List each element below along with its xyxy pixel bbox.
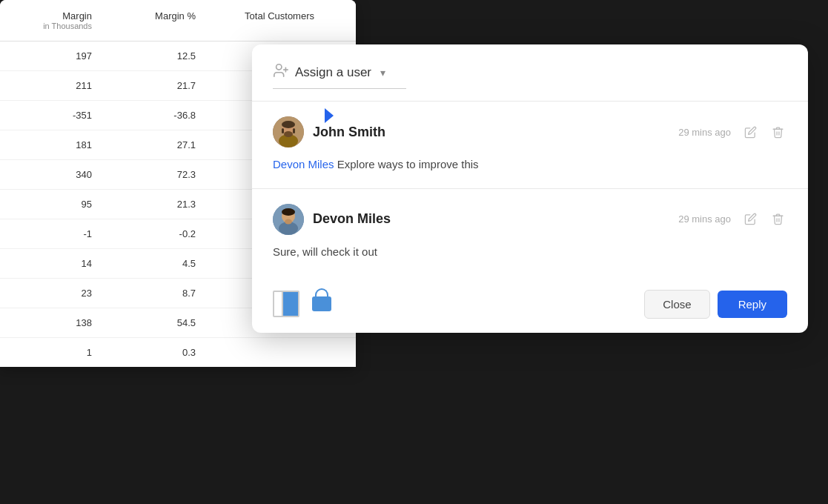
comment-devon-header: Devon Miles 29 mins ago bbox=[273, 204, 787, 235]
cell-margin-pct: 21.7 bbox=[104, 71, 208, 100]
svg-point-0 bbox=[276, 64, 282, 70]
john-time-actions: 29 mins ago bbox=[678, 123, 787, 142]
devon-user-info: Devon Miles bbox=[273, 204, 391, 235]
devon-time: 29 mins ago bbox=[678, 213, 731, 225]
john-mention: Devon Miles bbox=[273, 158, 334, 170]
cell-margin-pct: 4.5 bbox=[104, 249, 208, 278]
devon-delete-button[interactable] bbox=[769, 210, 787, 228]
cell-margin: 340 bbox=[0, 160, 104, 189]
cell-margin-pct: 54.5 bbox=[104, 308, 208, 337]
close-button[interactable]: Close bbox=[644, 290, 709, 319]
cell-margin-pct: -36.8 bbox=[104, 101, 208, 130]
dialog-header: Assign a user ▾ bbox=[252, 44, 808, 102]
cell-margin: 197 bbox=[0, 42, 104, 70]
cell-margin: 211 bbox=[0, 71, 104, 100]
lock-icon-button[interactable] bbox=[308, 288, 335, 319]
cell-margin-pct: 8.7 bbox=[104, 279, 208, 308]
john-avatar bbox=[273, 116, 304, 147]
john-edit-button[interactable] bbox=[741, 123, 760, 142]
cell-margin-pct: 72.3 bbox=[104, 160, 208, 189]
footer-buttons: Close Reply bbox=[644, 290, 787, 319]
layout-right-pane bbox=[283, 292, 298, 316]
svg-rect-6 bbox=[293, 128, 295, 133]
svg-point-4 bbox=[282, 121, 295, 128]
cell-margin: -1 bbox=[0, 219, 104, 248]
cell-margin-pct: 12.5 bbox=[104, 42, 208, 70]
table-header: Margin in Thousands Margin % Total Custo… bbox=[0, 0, 356, 42]
table-row: 10.3 bbox=[0, 338, 356, 367]
dialog-panel: Assign a user ▾ bbox=[252, 44, 808, 333]
comment-john: John Smith 29 mins ago bbox=[252, 102, 808, 189]
cell-total bbox=[208, 338, 326, 367]
cell-margin-pct: 27.1 bbox=[104, 130, 208, 159]
col-margin: Margin in Thousands bbox=[0, 0, 104, 41]
john-actions bbox=[741, 123, 787, 142]
dialog-footer: Close Reply bbox=[252, 275, 808, 333]
john-comment-text: Explore ways to improve this bbox=[334, 158, 479, 170]
devon-avatar bbox=[273, 204, 304, 235]
john-comment-body: Devon Miles Explore ways to improve this bbox=[273, 156, 787, 173]
assign-underline bbox=[273, 88, 406, 89]
comment-john-header: John Smith 29 mins ago bbox=[273, 116, 787, 147]
john-delete-button[interactable] bbox=[769, 123, 787, 142]
cell-margin: -351 bbox=[0, 101, 104, 130]
col-total-customers: Total Customers bbox=[208, 0, 326, 41]
devon-actions bbox=[741, 210, 787, 228]
devon-comment-body: Sure, will check it out bbox=[273, 244, 787, 261]
devon-edit-button[interactable] bbox=[741, 210, 760, 228]
svg-point-7 bbox=[284, 131, 293, 137]
cell-margin-pct: 0.3 bbox=[104, 338, 208, 367]
svg-rect-5 bbox=[282, 128, 284, 133]
assign-user-row[interactable]: Assign a user ▾ bbox=[273, 62, 787, 82]
footer-icons bbox=[273, 288, 335, 319]
cell-margin-pct: 21.3 bbox=[104, 190, 208, 219]
layout-left-pane bbox=[274, 292, 283, 316]
cell-margin-pct: -0.2 bbox=[104, 219, 208, 248]
col-margin-pct: Margin % bbox=[104, 0, 208, 41]
cell-margin: 138 bbox=[0, 308, 104, 337]
cell-margin: 1 bbox=[0, 338, 104, 367]
cell-margin: 95 bbox=[0, 190, 104, 219]
cell-margin: 181 bbox=[0, 130, 104, 159]
row-indicator-arrow bbox=[325, 108, 334, 123]
assign-user-icon bbox=[273, 62, 289, 82]
devon-name: Devon Miles bbox=[313, 211, 391, 227]
cell-margin: 23 bbox=[0, 279, 104, 308]
devon-time-actions: 29 mins ago bbox=[678, 210, 787, 228]
john-time: 29 mins ago bbox=[678, 127, 731, 138]
layout-icon-button[interactable] bbox=[273, 291, 299, 317]
svg-point-11 bbox=[282, 208, 295, 216]
reply-button[interactable]: Reply bbox=[718, 291, 787, 318]
svg-rect-13 bbox=[286, 220, 291, 224]
assign-user-label: Assign a user bbox=[295, 65, 371, 80]
assign-chevron-icon: ▾ bbox=[380, 67, 385, 79]
lock-body bbox=[312, 296, 331, 311]
devon-comment-text: Sure, will check it out bbox=[273, 245, 377, 258]
john-name: John Smith bbox=[313, 125, 385, 140]
comment-devon: Devon Miles 29 mins ago bbox=[252, 189, 808, 276]
cell-margin: 14 bbox=[0, 249, 104, 278]
